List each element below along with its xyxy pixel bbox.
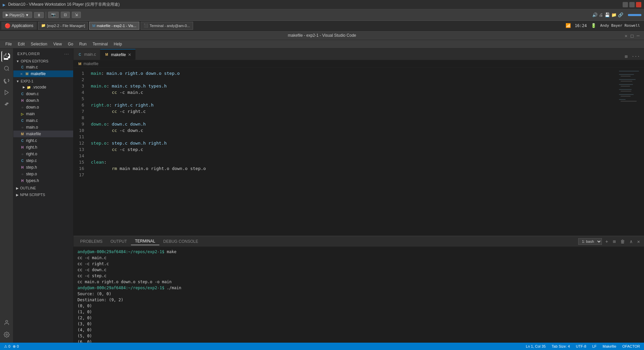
svg-rect-15 xyxy=(619,99,626,100)
settings-activity-btn[interactable] xyxy=(1,329,12,340)
player-menu-btn[interactable]: ▶ Player(2) ▼ xyxy=(3,12,32,18)
account-activity-btn[interactable] xyxy=(1,317,12,328)
sidebar-item-step-h[interactable]: H step.h xyxy=(13,164,73,171)
split-terminal-btn[interactable]: ⊞ xyxy=(612,238,617,245)
status-ln-col[interactable]: Ln 1, Col 35 xyxy=(524,344,547,348)
project-toggle[interactable]: ▼ EXP2-1 xyxy=(13,78,73,84)
vscode-task[interactable]: M makefile - exp2-1 - Vis... xyxy=(89,22,139,30)
tab-main-c[interactable]: C main.c xyxy=(73,49,100,60)
sidebar-item-vscode[interactable]: ▶ 📁 .vscode xyxy=(13,84,73,91)
sidebar-item-right-o[interactable]: ○ right.o xyxy=(13,151,73,157)
toolbar-icon-5[interactable]: 🔗 xyxy=(618,12,623,17)
menu-item-edit[interactable]: Edit xyxy=(15,41,27,47)
status-encoding[interactable]: UTF-8 xyxy=(575,344,588,348)
vscode-icon: M xyxy=(92,24,95,28)
toolbar-icon-3[interactable]: 💾 xyxy=(605,12,610,17)
close-makefile-btn[interactable]: ✕ xyxy=(20,72,23,76)
user-label: Andy Bayer Roswell xyxy=(600,23,640,28)
unity-btn[interactable]: ⇲ xyxy=(72,12,81,18)
minimize-btn[interactable] xyxy=(623,2,628,7)
svg-marker-1 xyxy=(5,90,8,95)
down-h-icon: H xyxy=(20,98,25,103)
capture-btn[interactable]: 📷 xyxy=(48,12,59,18)
npm-scripts-toggle[interactable]: ▶ NPM SCRIPTS xyxy=(13,192,73,197)
toolbar-icon-4[interactable]: 📁 xyxy=(611,12,617,17)
svg-point-2 xyxy=(6,320,8,322)
problems-tab[interactable]: PROBLEMS xyxy=(76,238,107,245)
sidebar-item-main-c[interactable]: C main.c xyxy=(13,117,73,124)
search-activity-btn[interactable] xyxy=(1,63,12,74)
sidebar-item-right-h[interactable]: H right.h xyxy=(13,144,73,151)
menu-item-file[interactable]: File xyxy=(3,41,14,47)
split-editor-btn[interactable]: ⊞ xyxy=(623,53,629,60)
output-tab[interactable]: OUTPUT xyxy=(107,238,131,245)
vscode-max-icon[interactable]: □ xyxy=(631,33,635,38)
vscode-window-controls: ✕ □ ─ xyxy=(625,33,641,38)
step-c-icon: C xyxy=(20,158,25,163)
terminal-instance-select[interactable]: 1: bash xyxy=(578,238,602,245)
new-terminal-btn[interactable]: + xyxy=(604,238,609,245)
vmware-icon: ▶ xyxy=(3,2,5,7)
pause-btn[interactable]: ⏸ xyxy=(34,12,44,18)
menu-item-help[interactable]: Help xyxy=(111,41,125,47)
terminal-close-btn[interactable]: ✕ xyxy=(636,238,641,245)
sidebar-more-btn[interactable]: ··· xyxy=(64,51,69,56)
status-language[interactable]: Makefile xyxy=(601,344,618,348)
menu-item-view[interactable]: View xyxy=(50,41,64,47)
sidebar-item-makefile[interactable]: M makefile xyxy=(13,131,73,137)
sidebar-item-main-o[interactable]: ○ main.o xyxy=(13,124,73,131)
sidebar-item-step-o[interactable]: ○ step.o xyxy=(13,171,73,177)
git-activity-btn[interactable] xyxy=(1,75,12,86)
status-ofactor[interactable]: OFACTOR xyxy=(621,344,641,348)
file-manager-task[interactable]: 📁 [exp2-2 - File Manager] xyxy=(38,22,88,30)
editor-more-btn[interactable]: ··· xyxy=(630,53,641,60)
highlighted-btn[interactable] xyxy=(628,14,641,16)
terminal-content[interactable]: andy@am-000c29af6484:~/repos/exp2-1$ mak… xyxy=(73,247,644,343)
terminal-tab-btn[interactable]: TERMINAL xyxy=(131,237,159,245)
toolbar-icon-2[interactable]: 🖨 xyxy=(599,12,603,17)
code-editor[interactable]: main: main.o right.o down.o step.omain.o… xyxy=(87,67,617,236)
sidebar-item-right-c[interactable]: C right.c xyxy=(13,137,73,144)
debug-console-tab[interactable]: DEBUG CONSOLE xyxy=(159,238,202,245)
makefile-icon-open: M xyxy=(25,71,29,76)
extensions-activity-btn[interactable] xyxy=(1,99,12,110)
status-tab-size[interactable]: Tab Size: 4 xyxy=(550,344,571,348)
menu-item-terminal[interactable]: Terminal xyxy=(90,41,110,47)
open-editor-makefile[interactable]: ✕ M makefile xyxy=(13,70,73,77)
tab-bar: C main.c M makefile ✕ ⊞ ··· xyxy=(73,48,644,60)
debug-activity-btn[interactable] xyxy=(1,87,12,98)
status-errors[interactable]: ⚠ 0 ⊗ 0 xyxy=(3,344,20,349)
outline-toggle[interactable]: ▶ OUTLINE xyxy=(13,185,73,191)
menu-item-selection[interactable]: Selection xyxy=(28,41,50,47)
explorer-activity-btn[interactable] xyxy=(1,51,12,62)
applications-menu-btn[interactable]: 🔴 Applications xyxy=(1,22,37,30)
menu-item-run[interactable]: Run xyxy=(76,41,89,47)
editor-content[interactable]: 1234567891011121314151617 main: main.o r… xyxy=(73,67,644,236)
terminal-max-btn[interactable]: ∧ xyxy=(628,238,634,245)
line-numbers: 1234567891011121314151617 xyxy=(73,67,87,236)
vscode-close-icon[interactable]: ✕ xyxy=(625,33,629,38)
terminal-task[interactable]: ⬛ Terminal - andy@am-0... xyxy=(141,22,193,30)
panel-right: 📶 16:24 🔋 Andy Bayer Roswell xyxy=(566,23,643,28)
status-eol[interactable]: LF xyxy=(591,344,598,348)
sidebar-item-down-h[interactable]: H down.h xyxy=(13,97,73,104)
open-editor-main-c[interactable]: C main.c xyxy=(13,64,73,70)
tab-close-makefile[interactable]: ✕ xyxy=(128,52,131,57)
sidebar-item-main[interactable]: ▷ main xyxy=(13,111,73,117)
right-h-icon: H xyxy=(20,145,25,150)
menu-item-go[interactable]: Go xyxy=(65,41,76,47)
fullscreen-btn[interactable]: ⊡ xyxy=(61,12,70,18)
sidebar-item-down-c[interactable]: C down.c xyxy=(13,91,73,97)
down-c-icon: C xyxy=(20,92,25,96)
close-btn[interactable] xyxy=(636,2,641,7)
open-editors-toggle[interactable]: ▼ OPEN EDITORS xyxy=(13,58,73,64)
kill-terminal-btn[interactable]: 🗑 xyxy=(619,238,626,245)
tab-makefile[interactable]: M makefile ✕ xyxy=(100,49,136,60)
sidebar-item-step-c[interactable]: C step.c xyxy=(13,157,73,164)
sidebar-item-types-h[interactable]: H types.h xyxy=(13,177,73,184)
vscode-min-icon[interactable]: ─ xyxy=(637,33,641,38)
terminal-tab-bar: PROBLEMS OUTPUT TERMINAL DEBUG CONSOLE 1… xyxy=(73,236,644,247)
sidebar-item-down-o[interactable]: ○ down.o xyxy=(13,104,73,111)
maximize-btn[interactable] xyxy=(629,2,635,7)
toolbar-icon-1[interactable]: 🔊 xyxy=(592,12,598,17)
